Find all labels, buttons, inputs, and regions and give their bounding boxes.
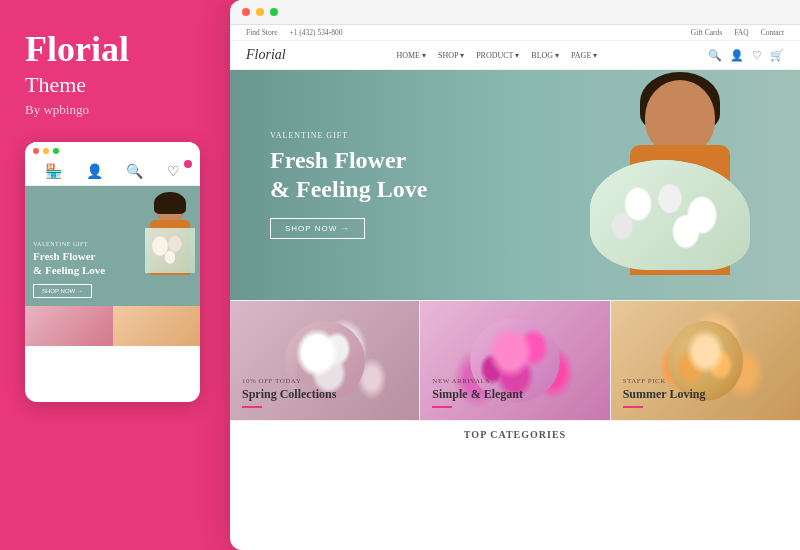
hero-content: VALENTINE GIFT Fresh Flower & Feeling Lo… [230,131,427,239]
cart-icon[interactable]: 🛒 [770,49,784,62]
user-icon[interactable]: 👤 [730,49,744,62]
mobile-person-hair [154,192,186,214]
mobile-top-bar [25,142,200,158]
mobile-heart-icon: ♡ [167,163,180,180]
browser-dot-green [270,8,278,16]
hero-title: Fresh Flower & Feeling Love [270,146,427,204]
mobile-flowers-pattern [145,228,195,273]
mobile-shop-icon: 🏪 [45,163,62,180]
gift-cards-link[interactable]: Gift Cards [691,28,722,37]
person-shape [580,80,780,300]
hero-person-area [520,70,800,300]
card-summer-title: Summer Loving [623,387,706,402]
cards-section: 10% OFF TODAY Spring Collections NEW ARR… [230,300,800,420]
card-summer[interactable]: STAFF PICK Summer Loving [610,301,800,420]
faq-link[interactable]: FAQ [734,28,748,37]
mobile-dot-green [53,148,59,154]
nav-product[interactable]: PRODUCT ▾ [476,51,519,60]
card-summer-tag: STAFF PICK [623,377,706,385]
find-store-link[interactable]: Find Store [246,28,277,37]
mobile-dot-red [33,148,39,154]
card-spring[interactable]: 10% OFF TODAY Spring Collections [230,301,419,420]
mobile-flower-2 [113,306,201,346]
card-elegant-underline [432,406,452,408]
card-elegant[interactable]: NEW ARRIVALS Simple & Elegant [419,301,609,420]
browser-chrome [230,0,800,25]
hero-shop-now-button[interactable]: SHOP NOW → [270,218,365,239]
site-nav: HOME ▾ SHOP ▾ PRODUCT ▾ BLOG ▾ PAGE ▾ [396,51,597,60]
mobile-search-icon: 🔍 [126,163,143,180]
mobile-mockup: 🏪 👤 🔍 ♡ VALENTINE GIFT Fresh Flower& Fee… [25,142,200,402]
brand-subtitle: Theme [25,72,205,98]
mobile-cart-badge [184,160,192,168]
nav-page[interactable]: PAGE ▾ [571,51,597,60]
mobile-hero-title: Fresh Flower& Feeling Love [33,249,105,278]
mobile-user-icon: 👤 [86,163,103,180]
mobile-shop-now-button[interactable]: SHOP NOW → [33,284,92,298]
site-logo[interactable]: Florial [246,47,286,63]
site-topbar: Find Store +1 (432) 534-800 Gift Cards F… [230,25,800,41]
card-summer-underline [623,406,643,408]
mobile-hero: VALENTINE GIFT Fresh Flower& Feeling Lov… [25,186,200,306]
mobile-nav-icons: 🏪 👤 🔍 ♡ [25,158,200,186]
nav-blog[interactable]: BLOG ▾ [531,51,559,60]
card-spring-tag: 10% OFF TODAY [242,377,336,385]
phone-number: +1 (432) 534-800 [289,28,342,37]
nav-shop[interactable]: SHOP ▾ [438,51,464,60]
brand-title: Florial [25,30,205,70]
card-elegant-title: Simple & Elegant [432,387,523,402]
person-head [645,80,715,155]
mobile-hero-text: VALENTINE GIFT Fresh Flower& Feeling Lov… [33,241,105,298]
mobile-flowers-row [25,306,200,346]
card-elegant-overlay: NEW ARRIVALS Simple & Elegant [432,377,523,408]
site-header: Florial HOME ▾ SHOP ▾ PRODUCT ▾ BLOG ▾ P… [230,41,800,70]
mobile-hero-label: VALENTINE GIFT [33,241,105,247]
mobile-flowers [145,228,195,273]
mobile-person-shape [145,196,195,306]
person-flowers [590,160,750,270]
browser-dot-red [242,8,250,16]
topbar-left: Find Store +1 (432) 534-800 [246,28,342,37]
bottom-section: TOP CATEGORIES [230,420,800,446]
card-summer-overlay: STAFF PICK Summer Loving [623,377,706,408]
card-elegant-tag: NEW ARRIVALS [432,377,523,385]
card-spring-title: Spring Collections [242,387,336,402]
site-nav-icons: 🔍 👤 ♡ 🛒 [708,49,784,62]
search-icon[interactable]: 🔍 [708,49,722,62]
left-panel: Florial Theme By wpbingo 🏪 👤 🔍 ♡ VALENTI… [0,0,230,550]
hero-section: VALENTINE GIFT Fresh Flower & Feeling Lo… [230,70,800,300]
card-spring-overlay: 10% OFF TODAY Spring Collections [242,377,336,408]
mobile-flower-1 [25,306,113,346]
card-spring-underline [242,406,262,408]
topbar-right: Gift Cards FAQ Contact [691,28,784,37]
contact-link[interactable]: Contact [761,28,784,37]
mobile-person-area [135,191,200,306]
right-panel: Find Store +1 (432) 534-800 Gift Cards F… [230,0,800,550]
brand-by: By wpbingo [25,102,205,118]
wishlist-icon[interactable]: ♡ [752,49,762,62]
hero-label: VALENTINE GIFT [270,131,427,140]
nav-home[interactable]: HOME ▾ [396,51,426,60]
top-categories-label: TOP CATEGORIES [246,429,784,440]
browser-dot-yellow [256,8,264,16]
flowers-pattern [590,160,750,270]
mobile-dot-yellow [43,148,49,154]
